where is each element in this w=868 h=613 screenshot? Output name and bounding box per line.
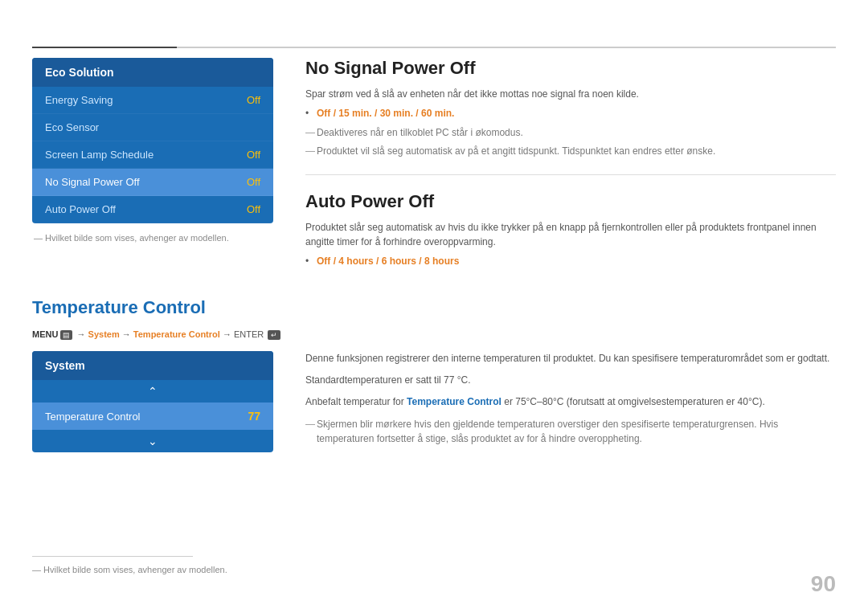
auto-power-option-item: Off / 4 hours / 6 hours / 8 hours [305,255,836,267]
menu-item-label: Auto Power Off [45,203,116,215]
menu-path-system: System [88,329,120,339]
top-divider [32,47,836,48]
auto-power-options: Off / 4 hours / 6 hours / 8 hours [305,255,836,267]
menu-path-arrow2: → [122,329,133,339]
eco-solution-panel: Eco Solution Energy Saving Off Eco Senso… [32,58,273,243]
system-menu: System ⌃ Temperature Control 77 ⌄ [32,351,273,452]
no-signal-dash1: Deaktiveres når en tilkoblet PC står i ø… [305,125,836,140]
temp-desc3-suffix: er 75°C–80°C (forutsatt at omgivelsestem… [502,396,765,407]
nav-down-button[interactable]: ⌄ [32,430,273,452]
chevron-up-icon: ⌃ [148,385,158,398]
menu-item-screen-lamp[interactable]: Screen Lamp Schedule Off [32,141,273,169]
no-signal-options: Off / 15 min. / 30 min. / 60 min. [305,108,836,119]
enter-symbol: ↵ [268,330,280,340]
eco-solution-menu: Eco Solution Energy Saving Off Eco Senso… [32,58,273,223]
temp-desc3-prefix: Anbefalt temperatur for [305,396,407,407]
no-signal-option-item: Off / 15 min. / 30 min. / 60 min. [305,108,836,119]
menu-item-value: Off [247,149,260,161]
auto-power-desc: Produktet slår seg automatisk av hvis du… [305,220,836,249]
system-menu-box: System ⌃ Temperature Control 77 ⌄ [32,351,273,452]
menu-item-eco-sensor[interactable]: Eco Sensor [32,114,273,141]
bottom-footnote: ― Hvilket bilde som vises, avhenger av m… [32,565,227,574]
menu-item-no-signal[interactable]: No Signal Power Off Off [32,169,273,196]
menu-path-menu: MENU [32,329,60,339]
temp-layout: System ⌃ Temperature Control 77 ⌄ Denne … [32,351,836,452]
nav-up-button[interactable]: ⌃ [32,380,273,403]
no-signal-title: No Signal Power Off [305,58,836,79]
section-divider [305,174,836,175]
menu-item-label: Eco Sensor [45,121,99,133]
temp-control-highlight: Temperature Control [407,396,502,407]
menu-item-label: Screen Lamp Schedule [45,149,154,161]
menu-item-value: Off [247,176,260,188]
temp-desc3: Anbefalt temperatur for Temperature Cont… [305,394,836,410]
menu-item-auto-power[interactable]: Auto Power Off Off [32,196,273,223]
menu-item-label: No Signal Power Off [45,176,140,188]
auto-power-title: Auto Power Off [305,191,836,212]
no-signal-section: No Signal Power Off Spar strøm ved å slå… [305,58,836,158]
menu-symbol: ▤ [60,330,72,340]
no-signal-options-text: Off / 15 min. / 30 min. / 60 min. [317,108,454,119]
eco-solution-title: Eco Solution [32,58,273,87]
system-menu-title: System [32,351,273,380]
menu-path-temp: Temperature Control [133,329,220,339]
temp-description: Denne funksjonen registrerer den interne… [305,351,836,450]
page-number: 90 [811,571,836,597]
temp-desc2: Standardtemperaturen er satt til 77 °C. [305,373,836,388]
auto-power-section: Auto Power Off Produktet slår seg automa… [305,191,836,267]
temp-control-item[interactable]: Temperature Control 77 [32,403,273,430]
right-content-panel: No Signal Power Off Spar strøm ved å slå… [305,58,836,273]
temp-control-value: 77 [248,410,260,423]
temp-desc1: Denne funksjonen registrerer den interne… [305,351,836,366]
no-signal-dash2: Produktet vil slå seg automatisk av på e… [305,144,836,158]
menu-path: MENU ▤ → System → Temperature Control → … [32,329,836,340]
menu-path-arrow3: → ENTER [223,329,266,339]
menu-item-label: Energy Saving [45,94,113,106]
temp-dash: Skjermen blir mørkere hvis den gjeldende… [305,417,836,446]
temperature-control-section: Temperature Control MENU ▤ → System → Te… [32,297,836,452]
bottom-line [32,556,193,557]
menu-item-value: Off [247,94,260,106]
eco-footnote: ― Hvilket bilde som vises, avhenger av m… [32,233,273,243]
auto-power-options-text: Off / 4 hours / 6 hours / 8 hours [317,255,459,267]
temp-control-label: Temperature Control [45,411,141,423]
temp-section-title: Temperature Control [32,297,836,318]
menu-item-energy-saving[interactable]: Energy Saving Off [32,87,273,114]
menu-path-arrow1: → [77,329,88,339]
chevron-down-icon: ⌄ [148,435,158,447]
menu-item-value: Off [247,203,260,215]
no-signal-desc: Spar strøm ved å slå av enheten når det … [305,87,836,101]
